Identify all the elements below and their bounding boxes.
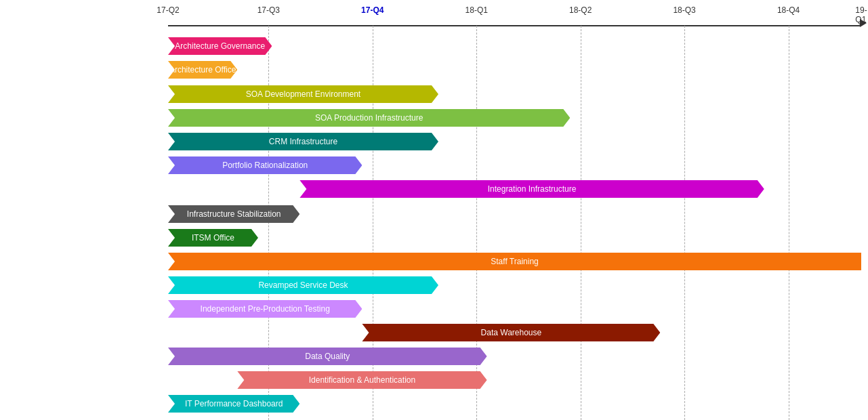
quarter-label-17-Q2: 17-Q2	[157, 5, 179, 15]
quarter-label-17-Q3: 17-Q3	[257, 5, 280, 15]
bar-11: Independent Pre-Production Testing	[168, 300, 362, 318]
bar-13: Data Quality	[168, 348, 487, 365]
bar-label-11: Independent Pre-Production Testing	[191, 304, 339, 314]
bar-12: Data Warehouse	[362, 324, 660, 341]
bar-label-5: Portfolio Rationalization	[213, 161, 317, 170]
vline-18-Q4	[789, 26, 789, 420]
bar-7: Infrastructure Stabilization	[168, 205, 299, 223]
quarter-label-17-Q4: 17-Q4	[361, 5, 384, 15]
bar-3: SOA Production Infrastructure	[168, 109, 570, 127]
quarter-label-18-Q3: 18-Q3	[673, 5, 695, 15]
bar-label-12: Data Warehouse	[472, 328, 552, 337]
bar-10: Revamped Service Desk	[168, 276, 438, 294]
bar-8: ITSM Office	[168, 229, 258, 247]
bar-label-9: Staff Training	[481, 257, 548, 266]
gantt-chart: 17-Q217-Q317-Q418-Q118-Q218-Q318-Q419-Q1…	[0, 0, 868, 420]
bar-1: Architecture Office	[168, 61, 237, 79]
bar-5: Portfolio Rationalization	[168, 156, 362, 174]
bar-label-7: Infrastructure Stabilization	[178, 209, 291, 219]
vline-18-Q3	[684, 26, 685, 420]
bar-label-15: IT Performance Dashboard	[175, 399, 293, 408]
bar-label-1: Architecture Office	[160, 65, 245, 75]
bar-label-2: SOA Development Environment	[236, 89, 370, 99]
bar-15: IT Performance Dashboard	[168, 395, 299, 413]
bar-label-6: Integration Infrastructure	[478, 184, 586, 194]
bar-label-14: Identification & Authentication	[299, 375, 425, 385]
quarter-label-18-Q2: 18-Q2	[569, 5, 592, 15]
bar-14: Identification & Authentication	[237, 371, 487, 389]
quarter-label-18-Q1: 18-Q1	[466, 5, 488, 15]
bar-0: Architecture Governance	[168, 37, 272, 55]
bar-4: CRM Infrastructure	[168, 133, 438, 150]
bar-6: Integration Infrastructure	[299, 180, 764, 198]
bar-9: Staff Training	[168, 253, 861, 270]
bar-label-4: CRM Infrastructure	[260, 137, 347, 146]
quarter-label-19-Q1: 19-Q1	[855, 5, 867, 24]
bar-label-10: Revamped Service Desk	[249, 280, 357, 290]
quarter-label-18-Q4: 18-Q4	[777, 5, 800, 15]
bar-label-8: ITSM Office	[182, 233, 244, 243]
bar-2: SOA Development Environment	[168, 85, 438, 103]
bar-label-3: SOA Production Infrastructure	[306, 113, 432, 123]
vline-18-Q2	[581, 26, 581, 420]
bar-label-13: Data Quality	[295, 352, 359, 361]
timeline-line	[168, 25, 861, 26]
bar-label-0: Architecture Governance	[165, 41, 274, 51]
